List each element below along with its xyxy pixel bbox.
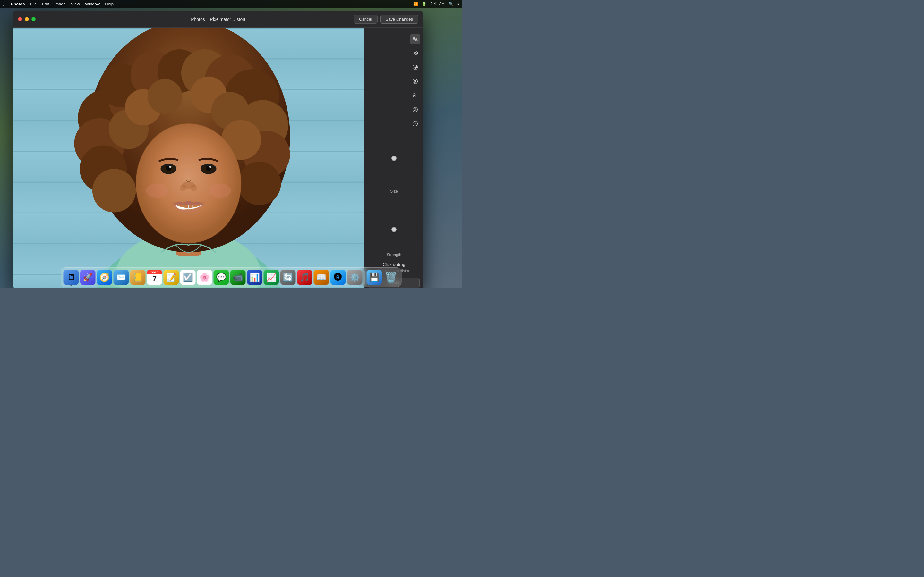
svg-point-72: [415, 123, 415, 124]
instruction-title: Click & drag: [376, 262, 411, 267]
dock-item-airdrop[interactable]: 💾: [367, 269, 382, 285]
strength-slider-track: [394, 199, 394, 250]
photo-svg: [13, 27, 364, 288]
dock-item-finder[interactable]: 🖥: [63, 269, 79, 285]
apple-menu[interactable]: : [3, 1, 4, 7]
menubar-file[interactable]: File: [30, 2, 37, 6]
dock-item-photos[interactable]: 🌸: [197, 269, 212, 285]
size-label: Size: [390, 189, 397, 193]
twirl-inner-button[interactable]: [410, 62, 420, 73]
pinch-button[interactable]: [410, 76, 420, 87]
close-button[interactable]: [18, 17, 22, 21]
flatten-button[interactable]: [410, 119, 420, 129]
strength-slider-group: Strength: [370, 199, 418, 257]
dock-item-notes[interactable]: 📝: [164, 269, 179, 285]
app-window: Photos – Pixelmator Distort Cancel Save …: [13, 11, 423, 288]
strength-label: Strength: [387, 253, 401, 257]
cancel-button[interactable]: Cancel: [354, 15, 377, 24]
title-bar-left: [18, 17, 36, 21]
twirl-ccw-button[interactable]: [410, 90, 420, 101]
svg-point-70: [415, 109, 415, 110]
dock-item-migration[interactable]: 🔄: [280, 269, 296, 285]
bump-button[interactable]: [410, 105, 420, 115]
svg-point-36: [237, 161, 281, 205]
distort-tool-button[interactable]: [410, 34, 420, 44]
svg-point-64: [415, 67, 416, 68]
traffic-lights: [18, 17, 36, 21]
dock-item-preferences[interactable]: ⚙️: [347, 269, 363, 285]
menubar-help[interactable]: Help: [105, 2, 113, 6]
svg-point-62: [414, 52, 416, 54]
title-app: Photos: [191, 17, 205, 22]
svg-point-66: [415, 81, 416, 82]
size-slider-thumb[interactable]: [391, 156, 397, 161]
dock-item-safari[interactable]: 🧭: [97, 269, 112, 285]
title-separator: –: [206, 17, 210, 22]
menubar-edit[interactable]: Edit: [42, 2, 49, 6]
control-center-icon[interactable]: ≡: [457, 2, 459, 6]
title-plugin: Pixelmator Distort: [210, 17, 245, 22]
svg-point-39: [148, 79, 183, 114]
maximize-button[interactable]: [31, 17, 36, 21]
battery-icon: 🔋: [422, 2, 427, 6]
sliders-section: Size Strength: [365, 135, 423, 262]
svg-point-56: [191, 185, 197, 191]
title-bar-actions: Cancel Save Changes: [354, 15, 418, 24]
menubar:  Photos File Edit Image View Window Hel…: [0, 0, 462, 8]
menubar-photos[interactable]: Photos: [11, 2, 25, 6]
strength-slider-thumb[interactable]: [391, 227, 397, 232]
svg-point-67: [414, 95, 416, 97]
window-title: Photos – Pixelmator Distort: [191, 17, 246, 22]
tool-icons: [365, 34, 423, 129]
menubar-right: 📶 🔋 9:41 AM 🔍 ≡: [413, 2, 459, 6]
dock: 🖥 🚀 🧭 ✉️ 📒 SEP 7 📝 ☑️ 🌸 💬 📹: [61, 268, 402, 287]
menubar-left:  Photos File Edit Image View Window Hel…: [3, 1, 113, 7]
dock-item-appstore[interactable]: 🅐: [330, 269, 346, 285]
dock-item-keynote[interactable]: 📊: [247, 269, 262, 285]
dock-item-trash[interactable]: 🗑️: [383, 269, 399, 285]
dock-item-launchpad[interactable]: 🚀: [80, 269, 95, 285]
dock-item-music[interactable]: 🎵: [297, 269, 312, 285]
title-bar: Photos – Pixelmator Distort Cancel Save …: [13, 11, 423, 27]
wifi-icon: 📶: [413, 2, 418, 6]
size-slider-track-container: [393, 135, 395, 187]
svg-point-65: [413, 79, 418, 84]
clock: 9:41 AM: [431, 2, 445, 6]
menubar-view[interactable]: View: [71, 2, 80, 6]
size-slider-track: [394, 135, 394, 187]
dock-item-messages[interactable]: 💬: [214, 269, 229, 285]
strength-slider-track-container: [393, 199, 395, 250]
dock-item-mail[interactable]: ✉️: [113, 269, 129, 285]
svg-point-60: [146, 183, 168, 198]
main-content: Size Strength Click & drag over areas to…: [13, 27, 423, 288]
search-icon[interactable]: 🔍: [449, 2, 453, 6]
dock-item-reminders[interactable]: ☑️: [180, 269, 196, 285]
save-changes-button[interactable]: Save Changes: [380, 15, 418, 24]
right-panel: Size Strength Click & drag over areas to…: [364, 27, 423, 288]
dock-item-calendar[interactable]: SEP 7: [147, 269, 162, 285]
size-slider-group: Size: [370, 135, 418, 193]
svg-point-61: [209, 183, 231, 198]
svg-point-26: [92, 169, 136, 213]
minimize-button[interactable]: [25, 17, 29, 21]
dock-item-numbers[interactable]: 📈: [264, 269, 279, 285]
menubar-image[interactable]: Image: [54, 2, 66, 6]
photo-canvas[interactable]: [13, 27, 364, 288]
dock-item-contacts[interactable]: 📒: [130, 269, 145, 285]
svg-point-55: [180, 185, 186, 191]
dock-item-books[interactable]: 📖: [314, 269, 329, 285]
twirl-cw-button[interactable]: [410, 48, 420, 58]
menubar-window[interactable]: Window: [85, 2, 100, 6]
dock-item-facetime[interactable]: 📹: [230, 269, 246, 285]
